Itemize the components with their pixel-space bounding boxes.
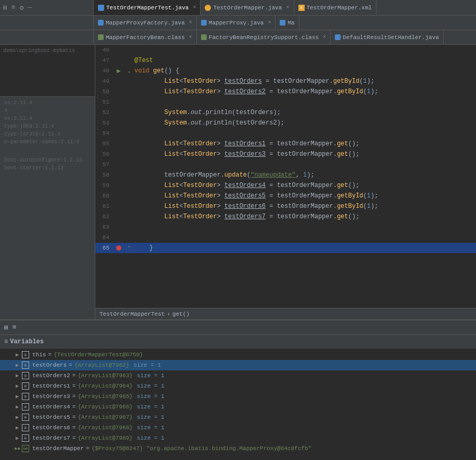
fold-icon-48[interactable]: ⌄ — [128, 68, 131, 74]
breadcrumb-class[interactable]: TestOrderMapperTest — [99, 311, 165, 317]
var-value-testorders7: {ArrayList@7969} — [78, 435, 133, 441]
variables-list: ▶ ≡ this = {TestOrderMapperTest@6750} ▶ … — [0, 349, 476, 460]
expand-testorders5[interactable]: ▶ — [14, 414, 21, 421]
variables-icon: ≡ — [4, 338, 8, 345]
tab-factorybeanregistrysupport[interactable]: FactoryBeanRegistrySupport.class × — [197, 30, 331, 45]
tab-row-2: MapperProxyFactory.java × MapperProxy.ja… — [0, 16, 476, 30]
tab-defaultresultsethandler[interactable]: DefaultResultSetHandler.java — [331, 30, 444, 45]
var-row-testorders2: ▶ ≡ testOrders2 = {ArrayList@7963} size … — [0, 370, 476, 381]
tab-ma[interactable]: Ma — [275, 16, 299, 30]
class-icon-2 — [201, 34, 207, 40]
expand-testorders7[interactable]: ▶ — [14, 434, 21, 442]
sidebar-content: ns:2.11.4 4 ns:2.11.4 type-jdk8:2.11.4 t… — [0, 97, 95, 174]
tab-row-1: ⊞ ≡ ⚙ — TestOrderMapperTest.java × TestO… — [0, 0, 476, 16]
expand-testorders2[interactable]: ▶ — [14, 372, 21, 379]
var-row-testorders3: ▶ ≡ testOrders3 = {ArrayList@7965} size … — [0, 391, 476, 402]
code-line-58: 58 testOrderMapper.update("nameupdate", … — [95, 170, 476, 180]
var-value-testorders4: {ArrayList@7966} — [78, 404, 133, 410]
code-line-51: 51 — [95, 97, 476, 107]
tab-mapperfactorybean[interactable]: MapperFactoryBean.class × — [94, 30, 197, 45]
code-line-50: 50 List<TestOrder> testOrders2 = testOrd… — [95, 86, 476, 97]
sidebar-item-boot2[interactable]: boot-starter:1.2.13 — [0, 164, 95, 172]
code-line-61: 61 List<TestOrder> testOrders6 = testOrd… — [95, 201, 476, 212]
close-mapperfactorybean[interactable]: × — [189, 34, 192, 40]
code-line-57: 57 — [95, 159, 476, 170]
var-name-testorders4: testOrders4 — [32, 404, 70, 410]
var-row-testorders5: ▶ ≡ testOrders5 = {ArrayList@7967} size … — [0, 412, 476, 422]
var-value-testordermapper: {$Proxy75@6247} "org.apache.ibatis.bindi… — [92, 445, 311, 452]
code-line-62: 62 List<TestOrder> testOrders7 = testOrd… — [95, 212, 476, 222]
var-size-testorders4: size = 1 — [137, 404, 165, 410]
var-type-testorders1: ≡ — [22, 382, 29, 390]
expand-testorders[interactable]: ▶ — [14, 362, 21, 369]
fold-icon-65[interactable]: ⌃ — [128, 245, 131, 251]
expand-testordermapper[interactable]: ●● — [14, 445, 21, 452]
settings-icon[interactable]: ⚙ — [20, 4, 24, 12]
code-line-64: 64 — [95, 232, 476, 243]
xml-icon: X — [298, 5, 305, 11]
expand-this[interactable]: ▶ — [14, 351, 21, 358]
sidebar-item-5[interactable]: type-jsr310:2.11.4 — [0, 130, 95, 138]
var-type-testorders2: ≡ — [22, 372, 29, 379]
close-factorybeanregistrysupport[interactable]: × — [323, 34, 326, 40]
var-row-this: ▶ ≡ this = {TestOrderMapperTest@6750} — [0, 350, 476, 360]
code-line-56: 56 List<TestOrder> testOrders3 = testOrd… — [95, 149, 476, 159]
expand-testorders6[interactable]: ▶ — [14, 424, 21, 431]
var-size-testorders5: size = 1 — [137, 414, 165, 420]
grid-icon[interactable]: ⊞ — [3, 4, 7, 12]
var-row-testorders6: ▶ ≡ testOrders6 = {ArrayList@7968} size … — [0, 422, 476, 433]
close-tab-testordermapper[interactable]: × — [286, 5, 289, 10]
tab-testordermapper[interactable]: TestOrderMapper.java × — [201, 0, 294, 16]
code-line-55: 55 List<TestOrder> testOrders1 = testOrd… — [95, 139, 476, 149]
tab-mapperproxyfactory[interactable]: MapperProxyFactory.java × — [94, 16, 197, 30]
var-value-testorders6: {ArrayList@7968} — [78, 425, 133, 431]
close-mapperproxy[interactable]: × — [268, 20, 271, 26]
var-type-testorders3: ≡ — [22, 393, 29, 400]
expand-testorders4[interactable]: ▶ — [14, 403, 21, 411]
expand-testorders1[interactable]: ▶ — [14, 382, 21, 390]
list-icon[interactable]: ≡ — [11, 4, 16, 11]
table-icon[interactable]: ⊞ — [4, 324, 8, 332]
code-editor: 46 47 @Test 48 ▶ — [95, 45, 476, 319]
code-line-54: 54 — [95, 128, 476, 139]
expand-testorders3[interactable]: ▶ — [14, 393, 21, 400]
tab-testordermapper-xml[interactable]: X TestOrderMapper.xml — [294, 0, 377, 16]
tab-mapperproxy[interactable]: MapperProxy.java × — [197, 16, 276, 30]
tab-testordermappertest[interactable]: TestOrderMapperTest.java × — [94, 0, 201, 16]
var-type-testorders: ≡ — [22, 362, 29, 369]
breadcrumb-method[interactable]: get() — [172, 311, 190, 317]
close-mapperproxyfactory[interactable]: × — [189, 20, 192, 26]
java-icon-4 — [201, 20, 207, 26]
var-name-testorders3: testOrders3 — [32, 393, 70, 400]
sidebar-item-1[interactable]: ns:2.11.4 — [0, 99, 95, 107]
variables-header: ≡ Variables — [0, 335, 476, 349]
code-line-48: 48 ▶ ⌄ void get() { — [95, 66, 476, 76]
bottom-toolbar: ⊞ ≡ — [0, 320, 476, 335]
var-size-testorders1: size = 1 — [137, 383, 165, 389]
var-row-testorders: ▶ ≡ testOrders = {ArrayList@7962} size =… — [0, 360, 476, 370]
var-name-testorders: testOrders — [32, 362, 67, 368]
java-icon-6 — [335, 34, 341, 40]
sidebar-item-3[interactable]: ns:2.11.4 — [0, 115, 95, 122]
list-icon-bottom[interactable]: ≡ — [12, 324, 17, 331]
code-line-59: 59 List<TestOrder> testOrders4 = testOrd… — [95, 180, 476, 191]
close-tab-testordermappertest[interactable]: × — [193, 5, 196, 10]
breakpoint-icon[interactable] — [116, 245, 121, 251]
sidebar: demo\springboot-mybatis ns:2.11.4 4 ns:2… — [0, 45, 95, 319]
sidebar-item-boot1[interactable]: boot-autoconfigure:1.2.13 — [0, 156, 95, 164]
var-type-testorders5: ≡ — [22, 414, 29, 421]
sidebar-item-6[interactable]: e-parameter-names:2.11.4 — [0, 138, 95, 146]
code-lines: 46 47 @Test 48 ▶ — [95, 45, 476, 308]
run-gutter-icon[interactable]: ▶ — [117, 67, 121, 75]
var-type-testorders7: ≡ — [22, 434, 29, 442]
var-size-testorders7: size = 1 — [137, 435, 165, 441]
java-icon-2 — [205, 5, 211, 11]
var-row-testorders4: ▶ ≡ testOrders4 = {ArrayList@7966} size … — [0, 402, 476, 412]
minimize-icon[interactable]: — — [28, 4, 32, 11]
class-icon — [98, 34, 104, 40]
breadcrumb: TestOrderMapperTest › get() — [95, 308, 476, 319]
sidebar-item-4[interactable]: type-jdk8:2.11.4 — [0, 122, 95, 130]
code-line-47: 47 @Test — [95, 55, 476, 66]
var-value-testorders3: {ArrayList@7965} — [78, 393, 133, 400]
sidebar-item-2[interactable]: 4 — [0, 107, 95, 115]
